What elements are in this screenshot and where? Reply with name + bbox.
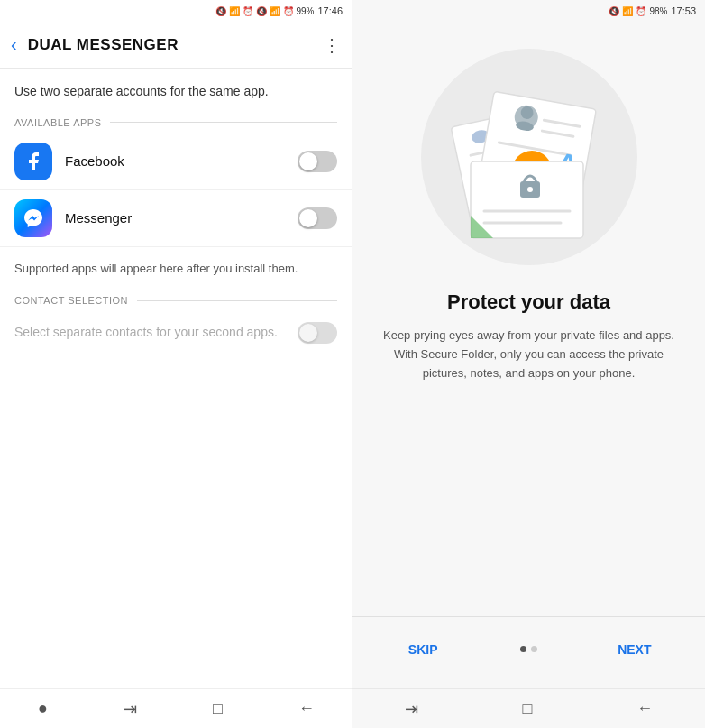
section-divider [110, 122, 337, 123]
pagination-dots [493, 646, 563, 659]
left-panel: 🔇 📶 ⏰ 🔇 📶 ⏰ 99% 17:46 ‹ DUAL MESSENGER ⋮… [0, 0, 352, 728]
facebook-app-item: Facebook [0, 134, 352, 190]
right-panel: 🔇 📶 ⏰ 98% 17:53 [352, 0, 705, 728]
overview-nav-icon[interactable]: □ [213, 699, 223, 718]
home-nav-icon[interactable]: ● [38, 699, 48, 718]
battery-right: 98% [649, 6, 667, 16]
messenger-icon [14, 199, 52, 237]
illustration-area: A Protect your data Keep prying eyes awa… [352, 22, 705, 616]
contact-selection-toggle[interactable] [298, 322, 337, 344]
contact-selection-label: CONTACT SELECTION [14, 295, 128, 306]
clock-icon: ⏰ [243, 6, 253, 16]
protect-title: Protect your data [429, 290, 628, 314]
clock-icon-right: ⏰ [636, 6, 646, 16]
recents-nav-icon-right[interactable]: ⇥ [405, 699, 418, 719]
status-bar-right: 🔇 📶 ⏰ 98% 17:53 [352, 0, 705, 22]
bottom-nav-right: SKIP NEXT [352, 616, 705, 688]
battery-left: 🔇 📶 ⏰ 99% [256, 6, 314, 16]
messenger-toggle[interactable] [298, 207, 337, 229]
protect-desc: Keep prying eyes away from your private … [352, 327, 705, 382]
time-right: 17:53 [671, 5, 696, 16]
back-nav-icon-right[interactable]: ← [636, 699, 653, 718]
wifi-icon: 📶 [229, 6, 240, 16]
dot-2 [531, 646, 537, 652]
contact-section-divider [137, 300, 337, 301]
facebook-icon [14, 143, 52, 180]
next-button[interactable]: NEXT [564, 642, 705, 664]
facebook-toggle[interactable] [298, 151, 337, 172]
status-icons-left: 🔇 📶 ⏰ 🔇 📶 ⏰ 99% [215, 6, 314, 16]
messenger-app-item: Messenger [0, 190, 352, 247]
supported-apps-text: Supported apps will appear here after yo… [0, 247, 352, 290]
available-apps-section: AVAILABLE APPS [0, 112, 352, 134]
time-left: 17:46 [317, 5, 343, 16]
illustration-circle: A [421, 49, 637, 265]
overview-nav-icon-right[interactable]: □ [523, 699, 533, 718]
recents-nav-icon[interactable]: ⇥ [124, 699, 137, 719]
available-apps-label: AVAILABLE APPS [14, 117, 101, 128]
messenger-app-name: Messenger [65, 210, 298, 226]
skip-button[interactable]: SKIP [352, 642, 493, 664]
contact-selection-section: CONTACT SELECTION [0, 290, 352, 311]
contact-selection-text: Select separate contacts for your second… [14, 324, 298, 342]
wifi-icon-right: 📶 [622, 6, 633, 16]
page-title: DUAL MESSENGER [28, 36, 323, 54]
protect-illustration: A [435, 62, 624, 252]
contact-selection-item: Select separate contacts for your second… [0, 311, 352, 355]
signal-icon: 🔇 [215, 6, 226, 16]
svg-rect-15 [471, 161, 583, 238]
dot-1 [520, 646, 526, 652]
status-icons-right: 🔇 📶 ⏰ 98% [609, 6, 667, 16]
svg-point-17 [527, 187, 533, 192]
nav-bar-left: ● ⇥ □ ← [0, 688, 352, 728]
back-nav-icon[interactable]: ← [298, 699, 315, 718]
facebook-app-name: Facebook [65, 153, 298, 169]
status-bar-left: 🔇 📶 ⏰ 🔇 📶 ⏰ 99% 17:46 [0, 0, 352, 22]
more-options-icon[interactable]: ⋮ [323, 34, 341, 56]
back-button[interactable]: ‹ [11, 34, 17, 55]
signal-icon-right: 🔇 [609, 6, 619, 16]
header: ‹ DUAL MESSENGER ⋮ [0, 22, 352, 69]
description-text: Use two separate accounts for the same a… [0, 69, 352, 112]
nav-bar-right: ⇥ □ ← [352, 688, 705, 728]
